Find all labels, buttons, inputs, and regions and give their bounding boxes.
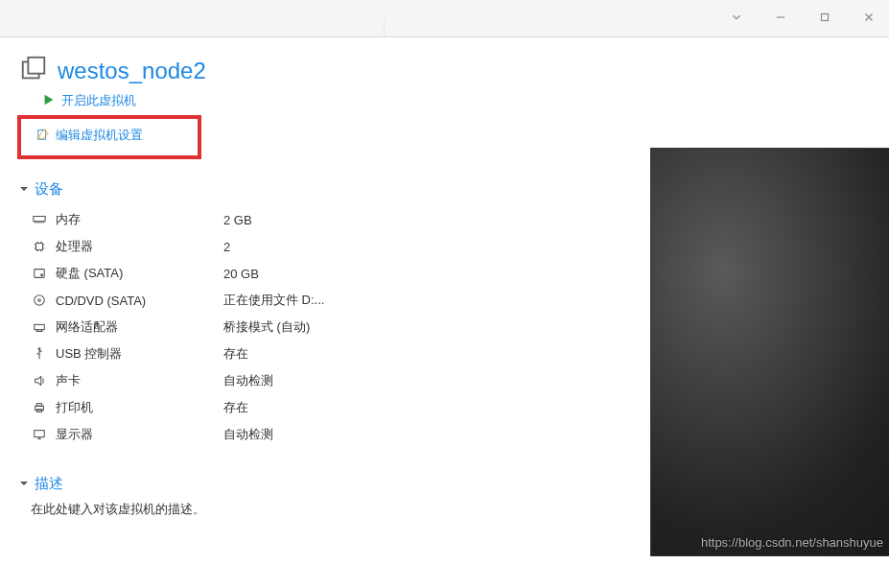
svg-rect-13 xyxy=(36,404,41,407)
svg-point-11 xyxy=(38,348,40,350)
device-row-network[interactable]: 网络适配器 桥接模式 (自动) xyxy=(31,314,372,341)
minimize-icon xyxy=(774,11,787,27)
svg-rect-10 xyxy=(35,324,45,329)
device-row-disk[interactable]: 硬盘 (SATA) 20 GB xyxy=(31,260,372,287)
titlebar xyxy=(0,0,889,36)
edit-icon xyxy=(36,128,50,144)
cpu-icon xyxy=(31,239,48,254)
vm-icon xyxy=(19,55,48,86)
devices-section-header[interactable]: 设备 xyxy=(19,180,372,199)
start-vm-link[interactable]: 开启此虚拟机 xyxy=(33,88,372,113)
svg-rect-15 xyxy=(35,431,45,437)
device-value: 自动检测 xyxy=(223,426,273,443)
device-label: 声卡 xyxy=(56,372,223,389)
device-list: 内存 2 GB 处理器 2 硬盘 (SATA) 20 GB CD/DVD (SA… xyxy=(31,206,372,448)
svg-rect-4 xyxy=(34,217,45,222)
device-value: 正在使用文件 D:... xyxy=(223,292,324,309)
device-row-usb[interactable]: USB 控制器 存在 xyxy=(31,341,372,367)
vm-title-row: westos_node2 xyxy=(19,55,372,86)
display-icon xyxy=(31,427,48,442)
device-label: 网络适配器 xyxy=(56,318,223,336)
device-value: 2 xyxy=(223,240,230,254)
dropdown-button[interactable] xyxy=(724,6,749,31)
edit-settings-label: 编辑虚拟机设置 xyxy=(56,127,143,144)
device-row-cddvd[interactable]: CD/DVD (SATA) 正在使用文件 D:... xyxy=(31,287,372,314)
start-vm-label: 开启此虚拟机 xyxy=(61,92,136,109)
edit-settings-link[interactable]: 编辑虚拟机设置 xyxy=(27,121,192,148)
watermark: https://blog.csdn.net/shanshuyue xyxy=(701,535,883,550)
sound-icon xyxy=(31,373,48,388)
device-label: 处理器 xyxy=(56,238,223,255)
edit-settings-highlight: 编辑虚拟机设置 xyxy=(17,115,201,159)
maximize-icon xyxy=(818,11,831,27)
device-value: 桥接模式 (自动) xyxy=(223,318,310,336)
device-row-display[interactable]: 显示器 自动检测 xyxy=(31,421,372,448)
device-value: 2 GB xyxy=(223,213,252,227)
close-icon xyxy=(862,11,876,27)
device-value: 存在 xyxy=(223,399,248,416)
chevron-down-icon xyxy=(730,11,743,27)
device-value: 自动检测 xyxy=(223,372,273,389)
description-section-title: 描述 xyxy=(35,475,63,493)
svg-point-8 xyxy=(35,295,45,306)
svg-rect-2 xyxy=(28,58,44,74)
usb-icon xyxy=(31,346,48,362)
collapse-arrow-icon xyxy=(19,477,29,491)
printer-icon xyxy=(31,400,48,415)
svg-point-9 xyxy=(38,299,41,302)
vm-summary-pane: westos_node2 开启此虚拟机 编辑虚拟机设置 设备 xyxy=(0,37,384,588)
device-row-printer[interactable]: 打印机 存在 xyxy=(31,394,372,421)
network-icon xyxy=(31,319,48,335)
vm-title: westos_node2 xyxy=(58,58,206,84)
device-label: 内存 xyxy=(56,211,223,228)
description-placeholder[interactable]: 在此处键入对该虚拟机的描述。 xyxy=(31,501,372,518)
content: westos_node2 开启此虚拟机 编辑虚拟机设置 设备 xyxy=(0,36,889,588)
close-button[interactable] xyxy=(856,6,881,31)
device-label: CD/DVD (SATA) xyxy=(56,294,223,308)
svg-rect-0 xyxy=(822,13,829,20)
device-label: 硬盘 (SATA) xyxy=(56,265,223,282)
device-label: USB 控制器 xyxy=(56,345,223,363)
vm-screen-preview[interactable]: https://blog.csdn.net/shanshuyue xyxy=(650,148,889,556)
vm-preview-pane: https://blog.csdn.net/shanshuyue xyxy=(384,37,889,588)
svg-rect-5 xyxy=(36,244,43,250)
minimize-button[interactable] xyxy=(768,6,793,31)
disk-icon xyxy=(31,266,48,281)
device-value: 20 GB xyxy=(223,267,259,281)
disc-icon xyxy=(31,293,48,308)
svg-point-7 xyxy=(41,274,43,276)
device-row-processor[interactable]: 处理器 2 xyxy=(31,233,372,260)
device-label: 打印机 xyxy=(56,399,223,416)
description-section-header[interactable]: 描述 xyxy=(19,475,372,493)
svg-rect-6 xyxy=(35,270,45,278)
play-icon xyxy=(42,93,56,109)
device-label: 显示器 xyxy=(56,426,223,443)
memory-icon xyxy=(31,212,48,227)
device-value: 存在 xyxy=(223,345,248,363)
devices-section-title: 设备 xyxy=(35,180,63,199)
maximize-button[interactable] xyxy=(812,6,837,31)
collapse-arrow-icon xyxy=(19,182,29,197)
device-row-sound[interactable]: 声卡 自动检测 xyxy=(31,367,372,394)
device-row-memory[interactable]: 内存 2 GB xyxy=(31,206,372,233)
